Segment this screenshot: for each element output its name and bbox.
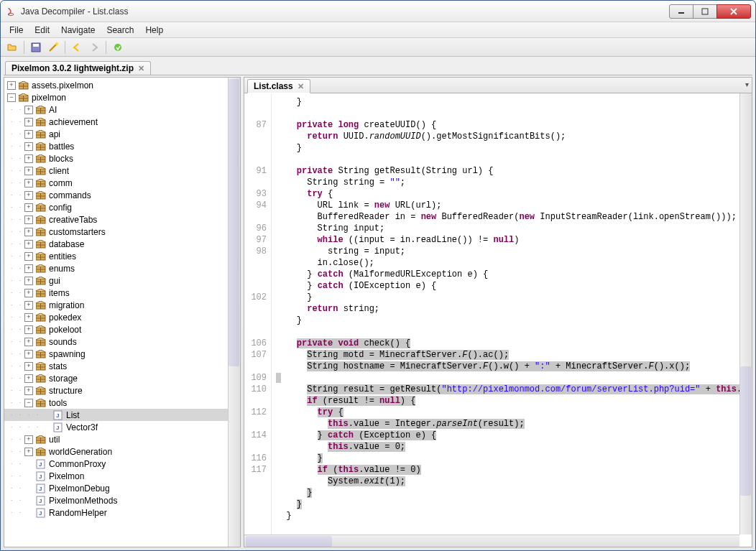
tree-toggle[interactable]: + [24, 325, 33, 334]
tree-toggle[interactable]: + [24, 191, 33, 200]
tree-toggle[interactable]: + [24, 374, 33, 383]
tree-pkg-client[interactable]: ··+client [4, 165, 240, 177]
tree-toggle[interactable]: + [24, 167, 33, 175]
tree-pkg-gui[interactable]: ··+gui [4, 274, 240, 287]
tree-pkg-AI[interactable]: ··+AI [4, 103, 240, 116]
package-tree[interactable]: +assets.pixelmon−pixelmon··+AI··+achieve… [4, 77, 241, 547]
scrollbar-thumb[interactable] [246, 536, 332, 547]
tree-pkg-customstarters[interactable]: ··+customstarters [4, 226, 240, 238]
code-area[interactable]: 8791939496979810210610710911011211411611… [244, 93, 752, 547]
tree-pkg-commands[interactable]: ··+commands [4, 189, 240, 201]
tree-pkg-blocks[interactable]: ··+blocks [4, 152, 240, 165]
tree-toggle[interactable]: + [24, 277, 33, 285]
tree-pkg-pixelmon[interactable]: −pixelmon [4, 91, 240, 103]
tree-pkg-api[interactable]: ··+api [4, 128, 240, 140]
scrollbar-thumb[interactable] [740, 366, 751, 496]
tree-pkg-assets[interactable]: +assets.pixelmon [4, 79, 240, 91]
tree-pkg-tools[interactable]: ··−tools [4, 397, 240, 409]
tree-class-Vector3f[interactable]: ····JVector3f [4, 421, 240, 433]
tree-toggle[interactable]: + [24, 154, 33, 163]
menu-search[interactable]: Search [101, 24, 139, 37]
tree-class-RandomHelper[interactable]: ··JRandomHelper [4, 506, 240, 519]
tree-pkg-util[interactable]: ··+util [4, 433, 240, 445]
tree-pkg-creativeTabs[interactable]: ··+creativeTabs [4, 213, 240, 226]
package-icon [36, 337, 46, 347]
tree-pkg-comm[interactable]: ··+comm [4, 177, 240, 189]
tree-toggle[interactable]: + [24, 252, 33, 261]
menu-edit[interactable]: Edit [29, 24, 55, 37]
tree-toggle[interactable]: + [24, 179, 33, 187]
tree-pkg-enums[interactable]: ··+enums [4, 262, 240, 274]
editor-hscrollbar[interactable] [244, 534, 739, 547]
archive-tabs: Pixelmon 3.0.2 lightweight.zip ✕ [4, 60, 752, 75]
tree-toggle[interactable]: + [24, 130, 33, 139]
tree-scrollbar[interactable] [228, 78, 240, 547]
tree-toggle[interactable]: + [24, 106, 33, 114]
tree-toggle[interactable]: + [24, 289, 33, 297]
java-file-icon: J [36, 483, 46, 494]
back-button[interactable] [70, 40, 84, 55]
tree-toggle[interactable]: + [24, 240, 33, 249]
tree-pkg-sounds[interactable]: ··+sounds [4, 335, 240, 348]
minimize-button[interactable] [669, 4, 693, 19]
tree-pkg-pokedex[interactable]: ··+pokedex [4, 311, 240, 323]
tree-toggle[interactable]: + [24, 228, 33, 236]
tree-toggle[interactable]: + [24, 435, 33, 444]
editor-vscrollbar[interactable] [739, 93, 752, 534]
close-button[interactable] [716, 4, 751, 19]
tree-class-CommonProxy[interactable]: ··JCommonProxy [4, 458, 240, 470]
tab-close-icon[interactable]: ✕ [138, 64, 144, 73]
wand-button[interactable] [46, 40, 60, 55]
open-file-button[interactable] [5, 40, 19, 55]
tree-class-PixelmonMethods[interactable]: ··JPixelmonMethods [4, 494, 240, 506]
editor-menu-icon[interactable]: ▾ [745, 80, 749, 88]
tab-close-icon[interactable]: ✕ [298, 82, 304, 91]
menu-help[interactable]: Help [139, 24, 169, 37]
menu-navigate[interactable]: Navigate [55, 24, 101, 37]
tree-pkg-achievement[interactable]: ··+achievement [4, 116, 240, 128]
tree-toggle[interactable]: + [24, 216, 33, 224]
refresh-button[interactable] [111, 40, 125, 55]
package-icon [36, 215, 46, 225]
maximize-button[interactable] [693, 4, 717, 19]
tree-toggle[interactable]: + [24, 118, 33, 126]
tree-pkg-database[interactable]: ··+database [4, 238, 240, 250]
forward-button[interactable] [87, 40, 101, 55]
tree-pkg-config[interactable]: ··+config [4, 201, 240, 213]
tree-toggle[interactable]: + [7, 81, 16, 90]
archive-tab[interactable]: Pixelmon 3.0.2 lightweight.zip ✕ [5, 61, 151, 75]
code-text[interactable]: } private long createUUID() { return UUI… [272, 93, 752, 547]
tree-toggle[interactable]: + [24, 142, 33, 151]
tree-pkg-structure[interactable]: ··+structure [4, 384, 240, 397]
editor-tab[interactable]: List.class ✕ [247, 79, 310, 93]
svg-rect-4 [33, 44, 39, 47]
toolbar-separator [24, 41, 24, 54]
menu-file[interactable]: File [4, 24, 29, 37]
tree-toggle[interactable]: + [24, 313, 33, 322]
tree-class-PixelmonDebug[interactable]: ··JPixelmonDebug [4, 482, 240, 494]
titlebar[interactable]: Java Decompiler - List.class [1, 1, 755, 22]
tree-pkg-migration[interactable]: ··+migration [4, 299, 240, 311]
tree-pkg-stats[interactable]: ··+stats [4, 360, 240, 372]
tree-toggle[interactable]: − [7, 93, 16, 102]
tree-toggle[interactable]: + [24, 264, 33, 273]
tree-toggle[interactable]: + [24, 362, 33, 371]
tree-toggle[interactable]: + [24, 386, 33, 395]
tree-pkg-entities[interactable]: ··+entities [4, 250, 240, 262]
tree-pkg-storage[interactable]: ··+storage [4, 372, 240, 384]
tree-pkg-spawning[interactable]: ··+spawning [4, 348, 240, 360]
tree-toggle[interactable]: − [24, 399, 33, 407]
tree-pkg-battles[interactable]: ··+battles [4, 140, 240, 152]
tree-toggle[interactable]: + [24, 448, 33, 456]
tree-pkg-pokeloot[interactable]: ··+pokeloot [4, 323, 240, 335]
scrollbar-thumb[interactable] [229, 79, 239, 366]
tree-pkg-worldgen[interactable]: ··+worldGeneration [4, 445, 240, 458]
tree-toggle[interactable]: + [24, 203, 33, 212]
tree-class-Pixelmon[interactable]: ··JPixelmon [4, 470, 240, 482]
tree-toggle[interactable]: + [24, 301, 33, 310]
tree-class-List[interactable]: ····JList [4, 409, 240, 421]
tree-toggle[interactable]: + [24, 338, 33, 346]
tree-toggle[interactable]: + [24, 350, 33, 358]
save-button[interactable] [29, 40, 43, 55]
tree-pkg-items[interactable]: ··+items [4, 287, 240, 299]
